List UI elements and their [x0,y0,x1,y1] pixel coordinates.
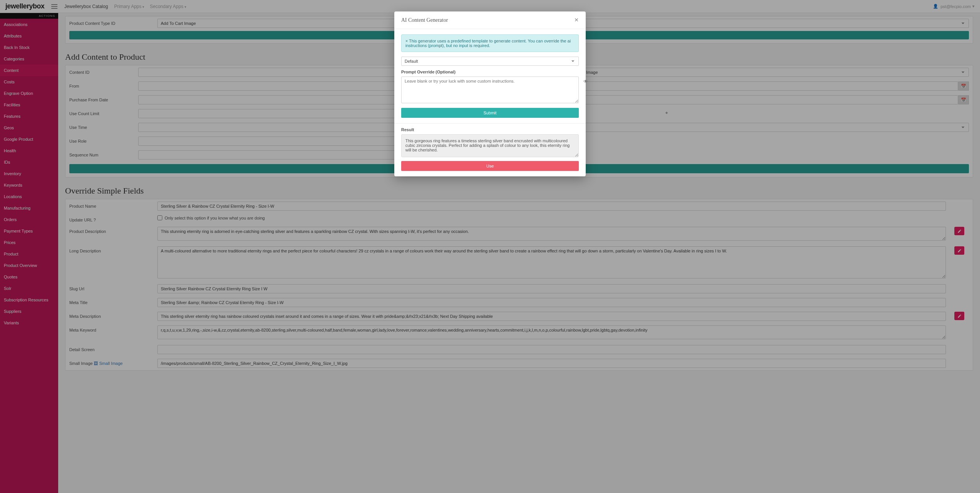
result-textarea[interactable]: This gorgeous ring features a timeless s… [401,134,579,157]
info-banner: × This generator uses a predefined templ… [401,34,579,52]
prompt-override-textarea[interactable] [401,76,579,103]
ai-content-generator-modal: AI Content Generator ✕ × This generator … [394,11,586,176]
close-icon[interactable]: ✕ [574,17,579,23]
prompt-override-label: Prompt Override (Optional) [401,70,579,74]
page-root: jewellerybox Jewellerybox Catalog Primar… [0,0,980,493]
result-label: Result [401,127,579,132]
eye-icon[interactable]: 👁 [583,79,588,84]
template-select[interactable]: Default [401,57,579,66]
use-button[interactable]: Use [401,161,579,171]
modal-title: AI Content Generator [401,17,448,23]
submit-button[interactable]: Submit [401,108,579,118]
